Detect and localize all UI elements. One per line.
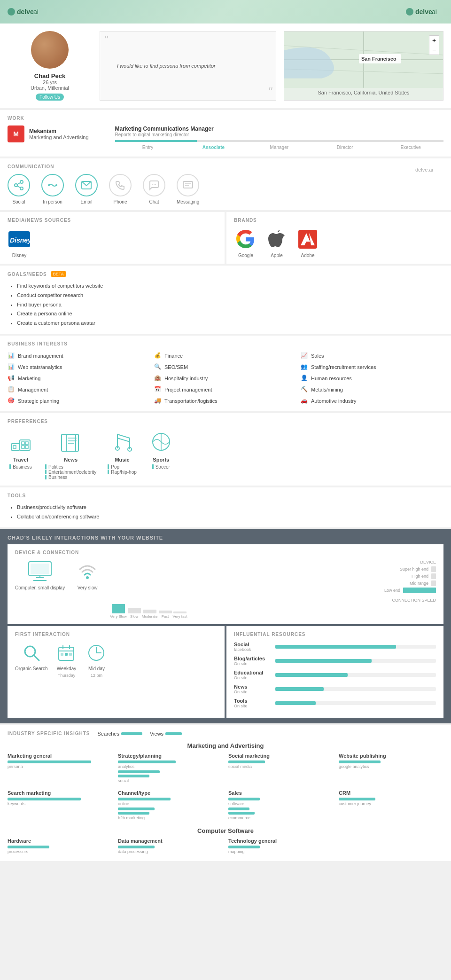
interest-icon-4: 📊	[8, 363, 15, 371]
phone-icon	[109, 174, 132, 196]
header: delve . ai delve . ai	[0, 0, 451, 24]
logo-left[interactable]: delve . ai	[8, 6, 45, 17]
insight-label-online: online	[118, 801, 223, 806]
speed-bar-slow	[128, 608, 141, 613]
svg-point-19	[20, 187, 23, 190]
svg-rect-40	[25, 446, 28, 448]
comm-icons: Social In person Email	[8, 174, 443, 204]
apple-icon	[265, 227, 288, 251]
svg-rect-65	[61, 653, 63, 656]
fi-midday-sub: 12 pm	[91, 673, 102, 678]
share-svg	[13, 180, 24, 191]
insight-label-dataproc: data processing	[118, 849, 223, 854]
interest-label-12: Metals/mining	[311, 387, 343, 392]
svg-rect-37	[22, 442, 24, 445]
insight-bar-row-mapping: mapping	[228, 846, 333, 854]
insight-bar-row-processors: processors	[8, 846, 112, 854]
svg-point-18	[15, 184, 17, 187]
pref-travel: Travel Business	[8, 429, 34, 480]
pref-sub-bar	[9, 464, 11, 469]
interest-label-14: Transportation/logistics	[164, 398, 218, 404]
insight-label-persona: persona	[8, 764, 112, 769]
goals-badge: BETA	[51, 271, 66, 277]
resource-social-name: Social	[234, 642, 272, 647]
comm-messaging: Messaging	[177, 174, 199, 204]
svg-rect-36	[13, 446, 16, 448]
likely-interactions-header: CHAD'S LIKELY INTERACTIONS WITH YOUR WEB…	[0, 529, 451, 723]
pref-sports-sub-0: Soccer	[152, 464, 170, 470]
adobe-label: Adobe	[301, 253, 315, 258]
comm-phone: Phone	[109, 174, 132, 204]
speed-bars: Very Slow Slow Moderate Fast	[110, 604, 436, 619]
map-zoom-out[interactable]: −	[429, 45, 439, 55]
svg-text:.: .	[31, 8, 33, 16]
logo-right[interactable]: delve . ai	[406, 6, 443, 17]
quote-open: "	[104, 33, 108, 47]
logo-left-icon: delve . ai	[8, 6, 45, 17]
svg-text:ai: ai	[33, 8, 39, 16]
resource-blog: Blog/articles On site	[234, 656, 436, 666]
speed-label-very-fast: Very fast	[173, 614, 187, 619]
computer-svg	[27, 560, 53, 582]
svg-point-0	[8, 8, 15, 16]
work-section: WORK M Mekanism Marketing and Advertisin…	[0, 110, 451, 157]
profile-quote: " I would like to find persona from comp…	[100, 31, 276, 101]
resource-news-bar-container	[275, 687, 436, 691]
career-bar-fill	[115, 140, 197, 142]
insight-hardware: Hardware processors	[8, 838, 112, 855]
industry-title-marketing: Marketing and Advertising	[8, 742, 443, 749]
svg-point-58	[86, 576, 89, 579]
comm-title: COMMUNICATION	[8, 164, 54, 169]
email-icon	[75, 174, 98, 196]
profile-badge[interactable]: Follow Us	[36, 94, 64, 101]
phone-svg	[115, 180, 126, 191]
insight-bar-social-str	[118, 775, 149, 777]
resource-tools-sub: On site	[234, 704, 272, 708]
pref-sports-subs: Soccer	[152, 464, 170, 470]
svg-text:ai: ai	[432, 8, 437, 16]
interest-icon-8: 🏨	[154, 375, 162, 382]
resource-edu-sub: On site	[234, 675, 272, 680]
svg-text:Disney: Disney	[10, 236, 31, 244]
email-svg	[81, 180, 92, 191]
interest-brand-mgmt: 📊 Brand management	[8, 351, 150, 361]
interest-icon-10: 📋	[8, 386, 15, 393]
brand-apple: Apple	[265, 227, 288, 258]
bar-low-label: Low end	[384, 588, 400, 593]
device-row: Computer, small display Very slow DEVICE	[15, 560, 436, 619]
resource-tools-bar	[275, 701, 316, 705]
career-level-manager: Manager	[246, 144, 312, 151]
map-zoom-controls[interactable]: + −	[429, 35, 439, 55]
speed-label-fast: Fast	[162, 614, 169, 619]
svg-rect-41	[62, 434, 76, 451]
connection-speed-label: CONNECTION SPEED	[110, 598, 436, 603]
interest-icon-9: 👤	[301, 375, 308, 382]
company-type: Marketing and Advertising	[29, 134, 89, 140]
insight-bar-ch2	[118, 808, 155, 810]
resource-tools-bar-container	[275, 701, 436, 705]
insight-strategy: Strategy/planning analytics social	[118, 753, 223, 784]
insight-cat-search: Search marketing	[8, 790, 112, 796]
resource-edu-bar	[275, 673, 348, 677]
goal-4: Create a persona online	[17, 309, 443, 319]
interest-label-3: Sales	[311, 353, 324, 359]
insight-crm: CRM customer journey	[339, 790, 443, 822]
map-location: San Francisco, California, United States	[284, 88, 443, 97]
google-label: Google	[238, 253, 253, 258]
svg-point-26	[154, 184, 155, 185]
disney-label: Disney	[12, 253, 27, 258]
map-svg: San Francisco	[284, 31, 443, 88]
insight-cat-strategy: Strategy/planning	[118, 753, 223, 759]
insights-title: INDUSTRY SPECIFIC INSIGHTS	[8, 731, 90, 736]
interest-webstats: 📊 Web stats/analytics	[8, 362, 150, 372]
svg-rect-28	[183, 181, 193, 188]
resource-news-sub: On site	[234, 690, 272, 694]
views-label: Views	[150, 731, 163, 737]
map-zoom-in[interactable]: +	[429, 36, 439, 45]
speed-bar-very-fast	[173, 612, 187, 613]
pref-news-bar-2	[45, 475, 47, 479]
searches-bar	[121, 732, 142, 735]
quote-close: "	[268, 85, 272, 98]
brands-section: BRANDS Google	[226, 212, 451, 264]
goal-5: Create a customer persona avatar	[17, 319, 443, 328]
